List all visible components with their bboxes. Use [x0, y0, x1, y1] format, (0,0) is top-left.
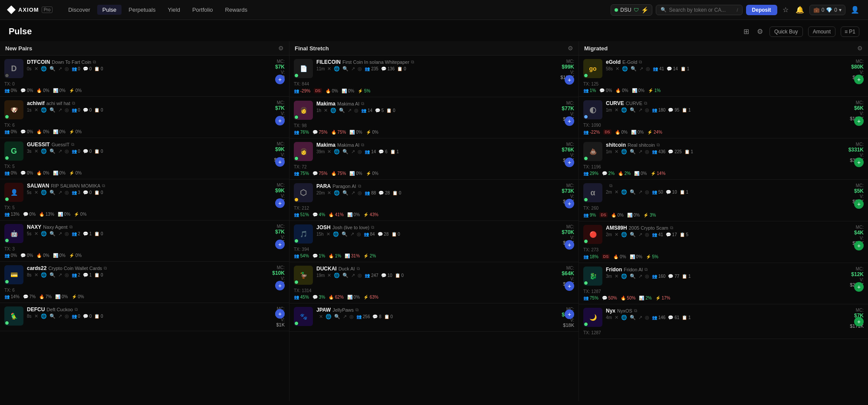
meta-icon-4[interactable]: ◎ [645, 232, 649, 237]
meta-icon-2[interactable]: 🔍 [342, 149, 349, 155]
nav-portfolio[interactable]: Portfolio [187, 5, 218, 15]
meta-icon-0[interactable]: ✕ [34, 272, 38, 278]
copy-icon[interactable]: ⧉ [104, 266, 107, 271]
meta-icon-2[interactable]: 🔍 [49, 107, 56, 113]
copy-icon[interactable]: ⧉ [358, 184, 361, 189]
copy-icon[interactable]: ⧉ [644, 267, 648, 272]
token-card[interactable]: 💩shitcoinReal shitcoin⧉1m✕🌐🔍↗◎👥 436💬 225… [579, 138, 868, 180]
wallet-badge[interactable]: DSU 🛡 ⚡ [611, 4, 652, 16]
meta-icon-3[interactable]: ↗ [638, 189, 642, 195]
meta-icon-2[interactable]: 🔍 [342, 273, 349, 278]
token-card[interactable]: 🐉FridonFridon AI⧉3m✕🌐🔍↗◎👥 160💬 77📋 1MC:$… [579, 263, 868, 304]
meta-icon-1[interactable]: 🌐 [334, 190, 340, 196]
nav-rewards[interactable]: Rewards [220, 5, 253, 15]
buy-button[interactable]: + [565, 281, 574, 291]
buy-button[interactable]: + [854, 241, 864, 250]
buy-button[interactable]: + [275, 240, 285, 249]
meta-icon-3[interactable]: ↗ [58, 66, 62, 72]
copy-icon[interactable]: ⧉ [102, 183, 105, 188]
meta-icon-0[interactable]: ✕ [615, 315, 618, 320]
copy-icon[interactable]: ⧉ [69, 224, 72, 230]
meta-icon-4[interactable]: ◎ [349, 314, 354, 319]
token-card[interactable]: goeGoldE-Gold⧉58s✕🌐🔍↗◎👥 41💬 14📋 1MC:$80K… [579, 56, 868, 97]
meta-icon-3[interactable]: ↗ [58, 231, 62, 237]
buy-button[interactable]: + [275, 198, 285, 208]
meta-icon-1[interactable]: 🌐 [330, 108, 336, 113]
deposit-button[interactable]: Deposit [746, 5, 777, 15]
buy-button[interactable]: + [565, 158, 574, 167]
copy-icon[interactable]: ⧉ [657, 142, 660, 148]
meta-icon-3[interactable]: ↗ [58, 107, 62, 113]
meta-icon-4[interactable]: ◎ [645, 315, 649, 320]
meta-icon-4[interactable]: ◎ [646, 66, 650, 72]
copy-icon[interactable]: ⧉ [670, 225, 673, 230]
copy-icon[interactable]: ⧉ [361, 142, 364, 148]
meta-icon-4[interactable]: ◎ [358, 273, 362, 278]
meta-icon-2[interactable]: 🔍 [49, 272, 56, 278]
meta-icon-0[interactable]: ✕ [615, 232, 618, 237]
meta-icon-0[interactable]: ✕ [326, 231, 330, 237]
meta-icon-3[interactable]: ↗ [351, 149, 355, 155]
user-button[interactable]: 👤 [849, 4, 861, 16]
meta-icon-2[interactable]: 🔍 [49, 66, 56, 72]
buy-button[interactable]: + [565, 240, 574, 250]
meta-icon-0[interactable]: ✕ [327, 190, 331, 196]
balance-badge[interactable]: 💼 0 💎 0 ▾ [809, 5, 845, 15]
token-card[interactable]: 💳cards22Crypto Coin Wallet Cards⧉8s✕🌐🔍↗◎… [0, 262, 289, 303]
meta-icon-4[interactable]: ◎ [645, 149, 649, 155]
bell-button[interactable]: 🔔 [794, 4, 806, 16]
meta-icon-1[interactable]: 🌐 [621, 107, 627, 113]
nav-pulse[interactable]: Pulse [97, 5, 122, 15]
meta-icon-4[interactable]: ◎ [65, 313, 69, 319]
buy-button[interactable]: + [854, 317, 864, 326]
meta-icon-1[interactable]: 🌐 [622, 66, 628, 72]
meta-icon-2[interactable]: 🔍 [342, 231, 348, 237]
buy-button[interactable]: + [275, 309, 285, 319]
buy-button[interactable]: + [275, 157, 285, 167]
settings-button[interactable]: ⚙ [756, 26, 764, 37]
meta-icon-1[interactable]: 🌐 [334, 149, 340, 155]
meta-icon-3[interactable]: ↗ [348, 108, 352, 113]
copy-icon[interactable]: ⧉ [411, 59, 414, 65]
meta-icon-4[interactable]: ◎ [357, 231, 361, 237]
meta-icon-1[interactable]: 🌐 [333, 231, 339, 237]
meta-icon-1[interactable]: 🌐 [41, 272, 47, 278]
meta-icon-2[interactable]: 🔍 [631, 66, 637, 72]
meta-icon-4[interactable]: ◎ [65, 190, 69, 195]
copy-icon[interactable]: ⧉ [71, 142, 74, 147]
token-card[interactable]: 🤖NAXYNaxy Agent⧉5s✕🌐🔍↗◎👥 2💬 1📋 0MC:$7KV:… [0, 221, 289, 262]
meta-icon-0[interactable]: ✕ [34, 190, 38, 195]
token-card[interactable]: 🦆DUCKAIDuck AI⧉19m✕🌐🔍↗◎👥 247💬 10📋 0MC:$6… [289, 262, 579, 303]
meta-icon-0[interactable]: ✕ [615, 189, 618, 195]
search-input[interactable] [669, 7, 734, 13]
buy-button[interactable]: + [565, 310, 574, 319]
meta-icon-1[interactable]: 🌐 [326, 314, 332, 319]
meta-icon-4[interactable]: ◎ [358, 190, 362, 196]
meta-icon-2[interactable]: 🔍 [630, 107, 636, 113]
meta-icon-1[interactable]: 🌐 [41, 190, 47, 195]
meta-icon-1[interactable]: 🌐 [621, 273, 627, 279]
meta-icon-3[interactable]: ↗ [351, 273, 355, 278]
meta-icon-0[interactable]: ✕ [327, 273, 331, 278]
buy-button[interactable]: + [854, 199, 864, 209]
quick-buy-button[interactable]: Quick Buy [769, 26, 803, 37]
copy-icon[interactable]: ⧉ [93, 59, 96, 65]
meta-icon-1[interactable]: 🌐 [334, 273, 340, 278]
buy-button[interactable]: + [275, 75, 285, 84]
meta-icon-3[interactable]: ↗ [58, 148, 62, 154]
meta-icon-2[interactable]: 🔍 [342, 190, 349, 196]
token-card[interactable]: ⬡PARAParagon AI⧉20m✕🌐🔍↗◎👥 88💬 28📋 0MC:$7… [289, 180, 579, 221]
meta-icon-1[interactable]: 🌐 [41, 107, 47, 113]
filter-button-new-pairs[interactable]: ⚙ [278, 45, 284, 52]
meta-icon-4[interactable]: ◎ [65, 272, 69, 278]
meta-icon-2[interactable]: 🔍 [630, 189, 636, 195]
meta-icon-1[interactable]: 🌐 [41, 148, 47, 154]
meta-icon-3[interactable]: ↗ [638, 273, 642, 279]
meta-icon-2[interactable]: 🔍 [49, 148, 56, 154]
copy-icon[interactable]: ⧉ [634, 308, 637, 313]
buy-button[interactable]: + [854, 75, 864, 84]
meta-icon-2[interactable]: 🔍 [630, 315, 636, 320]
meta-icon-2[interactable]: 🔍 [49, 190, 56, 195]
meta-icon-3[interactable]: ↗ [638, 149, 642, 155]
meta-icon-4[interactable]: ◎ [645, 189, 649, 195]
